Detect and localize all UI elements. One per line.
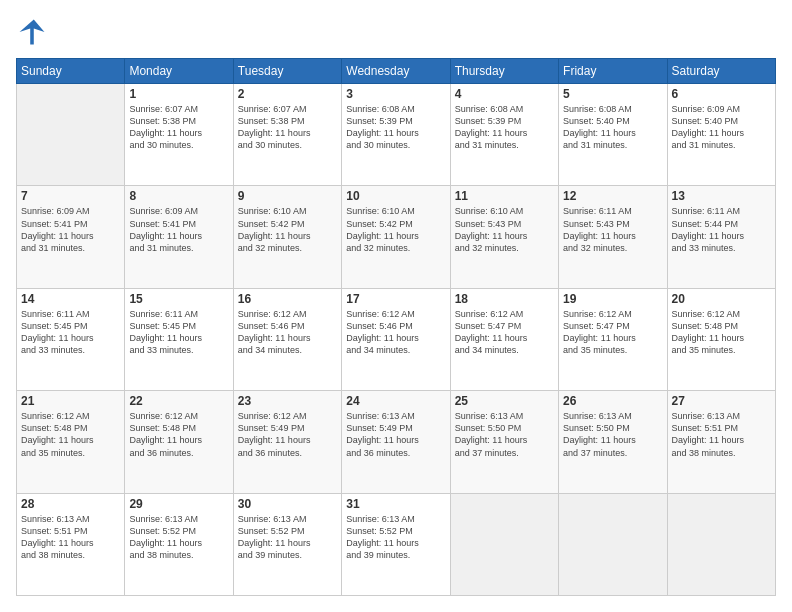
day-info: Sunrise: 6:08 AM Sunset: 5:39 PM Dayligh… <box>346 103 445 152</box>
calendar-cell: 9Sunrise: 6:10 AM Sunset: 5:42 PM Daylig… <box>233 186 341 288</box>
calendar-header-friday: Friday <box>559 59 667 84</box>
day-number: 26 <box>563 394 662 408</box>
day-number: 17 <box>346 292 445 306</box>
day-number: 10 <box>346 189 445 203</box>
day-info: Sunrise: 6:13 AM Sunset: 5:51 PM Dayligh… <box>21 513 120 562</box>
day-number: 23 <box>238 394 337 408</box>
day-info: Sunrise: 6:10 AM Sunset: 5:43 PM Dayligh… <box>455 205 554 254</box>
logo <box>16 16 52 48</box>
day-info: Sunrise: 6:10 AM Sunset: 5:42 PM Dayligh… <box>346 205 445 254</box>
calendar-week-5: 28Sunrise: 6:13 AM Sunset: 5:51 PM Dayli… <box>17 493 776 595</box>
day-number: 4 <box>455 87 554 101</box>
day-number: 18 <box>455 292 554 306</box>
calendar-cell: 16Sunrise: 6:12 AM Sunset: 5:46 PM Dayli… <box>233 288 341 390</box>
calendar-cell <box>559 493 667 595</box>
day-number: 12 <box>563 189 662 203</box>
day-info: Sunrise: 6:13 AM Sunset: 5:50 PM Dayligh… <box>563 410 662 459</box>
day-number: 27 <box>672 394 771 408</box>
calendar-cell: 13Sunrise: 6:11 AM Sunset: 5:44 PM Dayli… <box>667 186 775 288</box>
day-info: Sunrise: 6:07 AM Sunset: 5:38 PM Dayligh… <box>238 103 337 152</box>
day-info: Sunrise: 6:13 AM Sunset: 5:50 PM Dayligh… <box>455 410 554 459</box>
calendar-cell: 21Sunrise: 6:12 AM Sunset: 5:48 PM Dayli… <box>17 391 125 493</box>
day-number: 1 <box>129 87 228 101</box>
day-number: 9 <box>238 189 337 203</box>
calendar-cell: 24Sunrise: 6:13 AM Sunset: 5:49 PM Dayli… <box>342 391 450 493</box>
calendar-week-4: 21Sunrise: 6:12 AM Sunset: 5:48 PM Dayli… <box>17 391 776 493</box>
calendar-cell: 31Sunrise: 6:13 AM Sunset: 5:52 PM Dayli… <box>342 493 450 595</box>
day-info: Sunrise: 6:07 AM Sunset: 5:38 PM Dayligh… <box>129 103 228 152</box>
day-number: 25 <box>455 394 554 408</box>
calendar-cell: 17Sunrise: 6:12 AM Sunset: 5:46 PM Dayli… <box>342 288 450 390</box>
calendar-cell: 15Sunrise: 6:11 AM Sunset: 5:45 PM Dayli… <box>125 288 233 390</box>
day-number: 2 <box>238 87 337 101</box>
calendar-week-3: 14Sunrise: 6:11 AM Sunset: 5:45 PM Dayli… <box>17 288 776 390</box>
day-info: Sunrise: 6:13 AM Sunset: 5:52 PM Dayligh… <box>238 513 337 562</box>
calendar-cell <box>450 493 558 595</box>
calendar-week-2: 7Sunrise: 6:09 AM Sunset: 5:41 PM Daylig… <box>17 186 776 288</box>
day-info: Sunrise: 6:08 AM Sunset: 5:40 PM Dayligh… <box>563 103 662 152</box>
calendar-cell: 20Sunrise: 6:12 AM Sunset: 5:48 PM Dayli… <box>667 288 775 390</box>
day-number: 7 <box>21 189 120 203</box>
calendar-cell: 18Sunrise: 6:12 AM Sunset: 5:47 PM Dayli… <box>450 288 558 390</box>
calendar-cell: 8Sunrise: 6:09 AM Sunset: 5:41 PM Daylig… <box>125 186 233 288</box>
calendar-cell: 30Sunrise: 6:13 AM Sunset: 5:52 PM Dayli… <box>233 493 341 595</box>
day-info: Sunrise: 6:12 AM Sunset: 5:47 PM Dayligh… <box>563 308 662 357</box>
calendar-table: SundayMondayTuesdayWednesdayThursdayFrid… <box>16 58 776 596</box>
day-info: Sunrise: 6:11 AM Sunset: 5:43 PM Dayligh… <box>563 205 662 254</box>
day-info: Sunrise: 6:12 AM Sunset: 5:46 PM Dayligh… <box>238 308 337 357</box>
day-info: Sunrise: 6:12 AM Sunset: 5:48 PM Dayligh… <box>129 410 228 459</box>
day-info: Sunrise: 6:08 AM Sunset: 5:39 PM Dayligh… <box>455 103 554 152</box>
calendar-header-wednesday: Wednesday <box>342 59 450 84</box>
calendar-header-monday: Monday <box>125 59 233 84</box>
day-info: Sunrise: 6:13 AM Sunset: 5:52 PM Dayligh… <box>346 513 445 562</box>
day-number: 14 <box>21 292 120 306</box>
day-number: 29 <box>129 497 228 511</box>
calendar-cell: 14Sunrise: 6:11 AM Sunset: 5:45 PM Dayli… <box>17 288 125 390</box>
day-number: 20 <box>672 292 771 306</box>
day-info: Sunrise: 6:13 AM Sunset: 5:51 PM Dayligh… <box>672 410 771 459</box>
calendar-cell: 25Sunrise: 6:13 AM Sunset: 5:50 PM Dayli… <box>450 391 558 493</box>
day-info: Sunrise: 6:12 AM Sunset: 5:49 PM Dayligh… <box>238 410 337 459</box>
day-info: Sunrise: 6:13 AM Sunset: 5:49 PM Dayligh… <box>346 410 445 459</box>
calendar-cell <box>17 84 125 186</box>
day-number: 24 <box>346 394 445 408</box>
calendar-header-sunday: Sunday <box>17 59 125 84</box>
day-info: Sunrise: 6:11 AM Sunset: 5:45 PM Dayligh… <box>129 308 228 357</box>
day-info: Sunrise: 6:09 AM Sunset: 5:40 PM Dayligh… <box>672 103 771 152</box>
day-number: 5 <box>563 87 662 101</box>
svg-marker-0 <box>20 20 45 45</box>
calendar-header-thursday: Thursday <box>450 59 558 84</box>
day-number: 11 <box>455 189 554 203</box>
day-info: Sunrise: 6:10 AM Sunset: 5:42 PM Dayligh… <box>238 205 337 254</box>
page: SundayMondayTuesdayWednesdayThursdayFrid… <box>0 0 792 612</box>
calendar-cell: 19Sunrise: 6:12 AM Sunset: 5:47 PM Dayli… <box>559 288 667 390</box>
calendar-week-1: 1Sunrise: 6:07 AM Sunset: 5:38 PM Daylig… <box>17 84 776 186</box>
calendar-header-saturday: Saturday <box>667 59 775 84</box>
calendar-cell: 11Sunrise: 6:10 AM Sunset: 5:43 PM Dayli… <box>450 186 558 288</box>
calendar-cell: 4Sunrise: 6:08 AM Sunset: 5:39 PM Daylig… <box>450 84 558 186</box>
day-info: Sunrise: 6:09 AM Sunset: 5:41 PM Dayligh… <box>129 205 228 254</box>
day-info: Sunrise: 6:12 AM Sunset: 5:48 PM Dayligh… <box>21 410 120 459</box>
calendar-cell <box>667 493 775 595</box>
day-number: 22 <box>129 394 228 408</box>
calendar-cell: 5Sunrise: 6:08 AM Sunset: 5:40 PM Daylig… <box>559 84 667 186</box>
calendar-cell: 26Sunrise: 6:13 AM Sunset: 5:50 PM Dayli… <box>559 391 667 493</box>
calendar-cell: 6Sunrise: 6:09 AM Sunset: 5:40 PM Daylig… <box>667 84 775 186</box>
calendar-cell: 28Sunrise: 6:13 AM Sunset: 5:51 PM Dayli… <box>17 493 125 595</box>
day-number: 16 <box>238 292 337 306</box>
calendar-cell: 7Sunrise: 6:09 AM Sunset: 5:41 PM Daylig… <box>17 186 125 288</box>
calendar-header-tuesday: Tuesday <box>233 59 341 84</box>
calendar-cell: 29Sunrise: 6:13 AM Sunset: 5:52 PM Dayli… <box>125 493 233 595</box>
calendar-cell: 10Sunrise: 6:10 AM Sunset: 5:42 PM Dayli… <box>342 186 450 288</box>
calendar-cell: 22Sunrise: 6:12 AM Sunset: 5:48 PM Dayli… <box>125 391 233 493</box>
calendar-cell: 12Sunrise: 6:11 AM Sunset: 5:43 PM Dayli… <box>559 186 667 288</box>
day-number: 6 <box>672 87 771 101</box>
day-info: Sunrise: 6:11 AM Sunset: 5:44 PM Dayligh… <box>672 205 771 254</box>
calendar-cell: 23Sunrise: 6:12 AM Sunset: 5:49 PM Dayli… <box>233 391 341 493</box>
calendar-cell: 27Sunrise: 6:13 AM Sunset: 5:51 PM Dayli… <box>667 391 775 493</box>
day-info: Sunrise: 6:13 AM Sunset: 5:52 PM Dayligh… <box>129 513 228 562</box>
calendar-cell: 3Sunrise: 6:08 AM Sunset: 5:39 PM Daylig… <box>342 84 450 186</box>
day-info: Sunrise: 6:11 AM Sunset: 5:45 PM Dayligh… <box>21 308 120 357</box>
calendar-header-row: SundayMondayTuesdayWednesdayThursdayFrid… <box>17 59 776 84</box>
day-info: Sunrise: 6:09 AM Sunset: 5:41 PM Dayligh… <box>21 205 120 254</box>
